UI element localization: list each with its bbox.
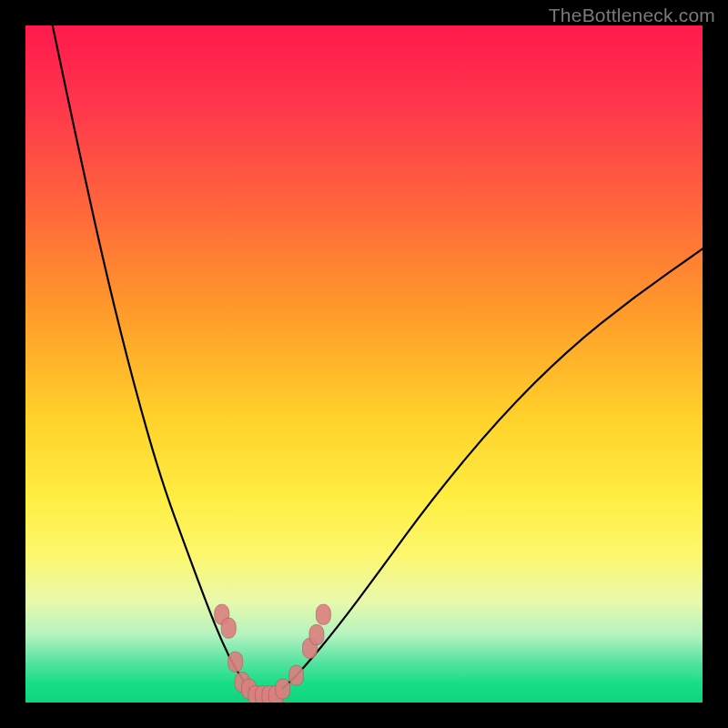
- data-marker: [289, 665, 304, 685]
- curve-right-branch: [262, 249, 703, 703]
- data-marker: [276, 679, 290, 699]
- chart-frame: TheBottleneck.com: [0, 0, 728, 728]
- curve-svg: [25, 25, 703, 703]
- data-marker: [316, 604, 330, 624]
- watermark-text: TheBottleneck.com: [549, 5, 715, 26]
- plot-area: [25, 25, 703, 703]
- data-marker: [309, 625, 324, 645]
- curve-left-branch: [53, 25, 263, 703]
- data-marker: [221, 618, 236, 638]
- data-marker: [228, 652, 243, 672]
